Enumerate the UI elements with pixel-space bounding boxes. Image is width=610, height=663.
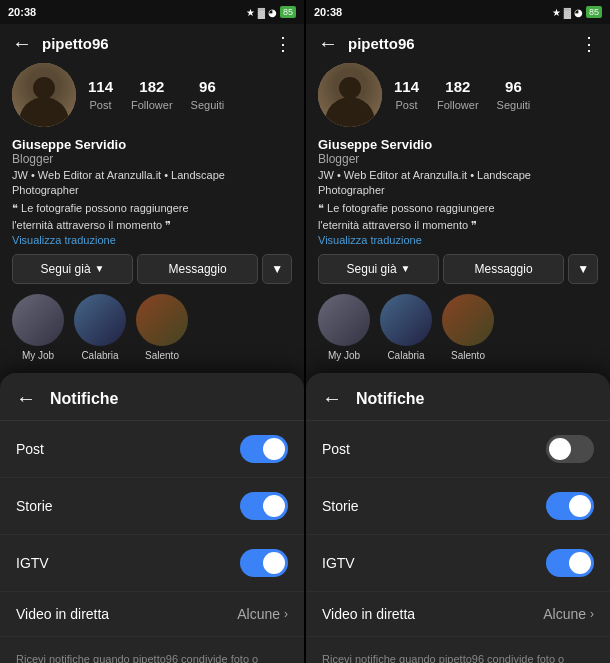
notif-title-right: Notifiche [356,390,424,408]
notif-igtv-toggle-left[interactable] [240,549,288,577]
notif-video-value-left: Alcune › [237,606,288,622]
notif-post-toggle-knob-right [549,438,571,460]
bio-text2-left: ❝ Le fotografie possono raggiungere [12,201,292,216]
stat-seguiti-label-left: Seguiti [191,99,225,111]
wifi-icon-right: ◕ [574,7,583,18]
highlight-label-1-right: My Job [328,350,360,361]
stat-seguiti-label-right: Seguiti [497,99,531,111]
time-right: 20:38 [314,6,342,18]
highlight-circle-1-right [318,294,370,346]
highlight-circle-2-right [380,294,432,346]
message-label-right: Messaggio [475,262,533,276]
menu-dots-right[interactable]: ⋮ [580,33,598,55]
highlights-row-right: My Job Calabria Salento [306,294,610,369]
stat-seguiti-left: 96 Seguiti [191,78,225,113]
dropdown-chevron-icon-right: ▼ [577,262,589,276]
notif-footer-text-right: Ricevi notifiche quando pipetto96 condiv… [322,653,564,663]
message-button-left[interactable]: Messaggio [137,254,258,284]
notif-igtv-toggle-right[interactable] [546,549,594,577]
highlight-1-right[interactable]: My Job [318,294,370,361]
left-panel: 20:38 ★ ▓ ◕ 85 ← pipetto96 ⋮ 114 Post [0,0,304,663]
notif-footer-left: Ricevi notifiche quando pipetto96 condiv… [0,637,304,663]
notif-header-left: ← Notifiche [0,373,304,421]
notif-video-right[interactable]: Video in diretta Alcune › [306,592,610,637]
notif-post-toggle-left[interactable] [240,435,288,463]
profile-header-right: ← pipetto96 ⋮ 114 Post 182 Follower 96 S… [306,24,610,137]
highlight-1-left[interactable]: My Job [12,294,64,361]
wifi-icon: ◕ [268,7,277,18]
stat-seguiti-number-left: 96 [191,78,225,95]
back-arrow-left[interactable]: ← [12,32,32,55]
notif-post-label-right: Post [322,441,350,457]
notif-video-left[interactable]: Video in diretta Alcune › [0,592,304,637]
notif-storie-toggle-left[interactable] [240,492,288,520]
notif-storie-toggle-knob-left [263,495,285,517]
avatar-silhouette-right [318,63,382,127]
notif-storie-label-right: Storie [322,498,359,514]
dropdown-button-left[interactable]: ▼ [262,254,292,284]
bluetooth-icon-right: ★ [552,7,561,18]
follow-label-left: Segui già [41,262,91,276]
bio-text3-left: l'eternità attraverso il momento ❞ [12,218,292,233]
notif-overlay-left: ← Notifiche Post Storie IGTV Video in di… [0,373,304,663]
status-bar-right: 20:38 ★ ▓ ◕ 85 [306,0,610,24]
bio-section-left: Giuseppe Servidio Blogger JW • Web Edito… [0,137,304,254]
notif-storie-toggle-right[interactable] [546,492,594,520]
notif-back-left[interactable]: ← [16,387,36,410]
profile-header-left: ← pipetto96 ⋮ 114 Post 182 Follower 96 S… [0,24,304,137]
bio-text2-right: ❝ Le fotografie possono raggiungere [318,201,598,216]
notif-video-label-right: Video in diretta [322,606,415,622]
bio-text3-right: l'eternità attraverso il momento ❞ [318,218,598,233]
notif-storie-right: Storie [306,478,610,535]
stat-post-right: 114 Post [394,78,419,113]
username-right: pipetto96 [348,35,580,52]
battery-icon: 85 [280,6,296,18]
notif-video-value-right: Alcune › [543,606,594,622]
notif-storie-toggle-knob-right [569,495,591,517]
profile-row-left: 114 Post 182 Follower 96 Seguiti [12,63,292,127]
message-button-right[interactable]: Messaggio [443,254,564,284]
notif-igtv-toggle-knob-left [263,552,285,574]
follow-button-left[interactable]: Segui già ▼ [12,254,133,284]
bio-section-right: Giuseppe Servidio Blogger JW • Web Edito… [306,137,610,254]
stat-seguiti-right: 96 Seguiti [497,78,531,113]
stat-post-number-left: 114 [88,78,113,95]
stat-post-left: 114 Post [88,78,113,113]
action-buttons-left: Segui già ▼ Messaggio ▼ [0,254,304,294]
highlight-2-right[interactable]: Calabria [380,294,432,361]
notif-video-some-text-left: Alcune [237,606,280,622]
back-arrow-right[interactable]: ← [318,32,338,55]
notif-post-left: Post [0,421,304,478]
right-panel: 20:38 ★ ▓ ◕ 85 ← pipetto96 ⋮ 114 Post [306,0,610,663]
highlight-label-2-left: Calabria [81,350,118,361]
follow-button-right[interactable]: Segui già ▼ [318,254,439,284]
message-label-left: Messaggio [169,262,227,276]
bio-link-right[interactable]: Visualizza traduzione [318,234,598,246]
avatar-silhouette-left [12,63,76,127]
highlight-3-right[interactable]: Salento [442,294,494,361]
bio-name-left: Giuseppe Servidio [12,137,292,152]
highlight-label-2-right: Calabria [387,350,424,361]
action-buttons-right: Segui già ▼ Messaggio ▼ [306,254,610,294]
notif-back-right[interactable]: ← [322,387,342,410]
stat-follower-number-left: 182 [131,78,173,95]
highlight-2-left[interactable]: Calabria [74,294,126,361]
dropdown-chevron-icon: ▼ [271,262,283,276]
status-icons-left: ★ ▓ ◕ 85 [246,6,296,18]
stats-row-left: 114 Post 182 Follower 96 Seguiti [88,78,224,113]
notif-post-toggle-knob-left [263,438,285,460]
highlight-3-left[interactable]: Salento [136,294,188,361]
menu-dots-left[interactable]: ⋮ [274,33,292,55]
stat-follower-number-right: 182 [437,78,479,95]
bio-link-left[interactable]: Visualizza traduzione [12,234,292,246]
bio-text1-right: JW • Web Editor at Aranzulla.it • Landsc… [318,168,598,199]
profile-row-right: 114 Post 182 Follower 96 Seguiti [318,63,598,127]
avatar-right [318,63,382,127]
dropdown-button-right[interactable]: ▼ [568,254,598,284]
notif-post-toggle-right[interactable] [546,435,594,463]
notif-header-right: ← Notifiche [306,373,610,421]
follow-chevron-icon-right: ▼ [401,263,411,274]
stat-follower-label-left: Follower [131,99,173,111]
highlights-row-left: My Job Calabria Salento [0,294,304,369]
stat-seguiti-number-right: 96 [497,78,531,95]
